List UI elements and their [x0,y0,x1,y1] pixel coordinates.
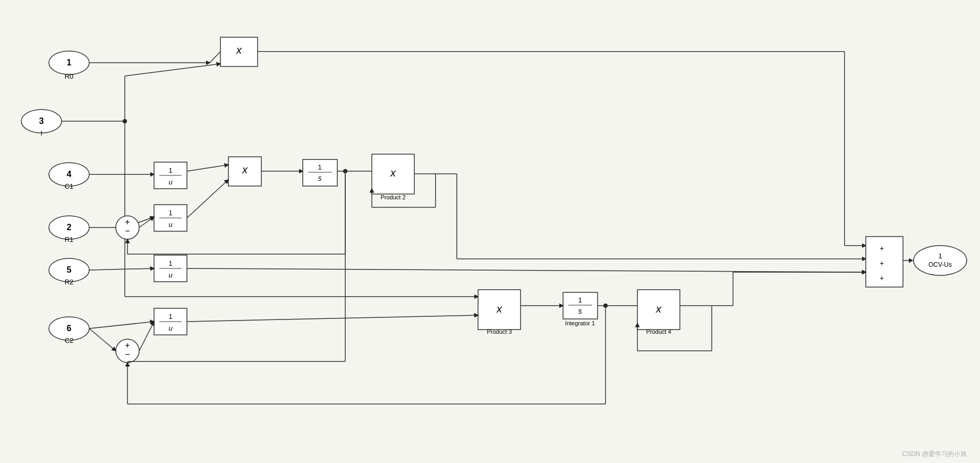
integrator0-bot: s [318,174,322,182]
integrator1-top: 1 [578,296,582,304]
output-OCV-label2: OCV-Us [928,261,952,268]
inv-C2-bot: u [168,324,172,332]
inv-R1-top: 1 [168,209,172,217]
inv-C2-top: 1 [168,313,172,321]
input-R0-label: 1 [67,58,72,67]
input-R0-sublabel: R0 [65,72,74,80]
product3-symbol: x [496,303,502,315]
input-C2-label: 6 [67,324,72,333]
sum-plus3: + [880,274,884,282]
output-OCV [914,246,967,275]
inv-C1-top: 1 [168,166,172,174]
product1-symbol: x [236,44,242,56]
product4-symbol: x [655,303,662,315]
input-I-sublabel: I [40,129,42,137]
product3-label: Product 3 [487,329,512,335]
input-R1-sublabel: R1 [65,235,74,243]
svg-rect-0 [0,0,980,463]
inv-R2-bot: u [168,271,172,279]
product2-symbol: x [390,167,396,179]
input-I-label: 3 [39,116,44,125]
input-C1-label: 4 [67,170,72,179]
integrator0-top: 1 [318,163,321,171]
adder2-minus: − [125,350,130,359]
input-C2-sublabel: C2 [65,336,74,344]
integrator1-bot: s [578,307,582,315]
input-R2-label: 5 [67,265,72,274]
product4-label: Product 4 [646,329,671,335]
adder1-plus: + [125,217,130,226]
product-mid-top-symbol: x [242,164,248,175]
input-R2-sublabel: R2 [65,278,74,286]
adder2-plus: + [125,341,130,350]
sum-plus2: + [880,259,884,267]
product2-label: Product 2 [380,194,405,200]
inv-R1-bot: u [168,221,172,229]
output-OCV-label1: 1 [938,252,942,260]
sum-block [866,237,903,287]
input-R1-label: 2 [67,223,72,232]
adder1-minus: − [125,226,130,235]
integrator1-label: Integrator 1 [565,320,595,326]
input-C1-sublabel: C1 [65,182,74,190]
watermark: CSDN @爱学习的小旭 [902,450,967,458]
sum-plus1: + [880,244,884,252]
inv-C1-bot: u [168,178,172,186]
inv-R2-top: 1 [168,259,172,267]
